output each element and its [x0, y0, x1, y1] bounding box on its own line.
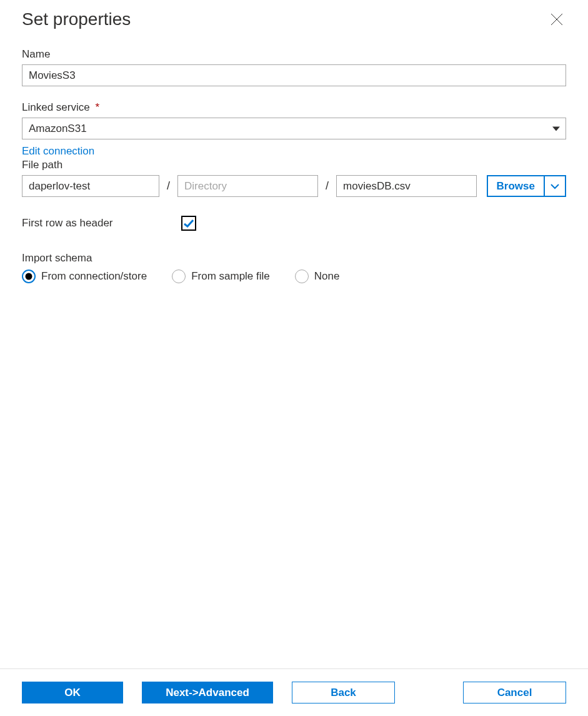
required-star-icon: * [95, 101, 99, 113]
ok-button[interactable]: OK [22, 682, 123, 703]
import-schema-label: Import schema [22, 252, 566, 265]
radio-label: From sample file [191, 270, 270, 283]
page-title: Set properties [22, 9, 131, 29]
next-advanced-button[interactable]: Next->Advanced [142, 682, 273, 703]
first-row-as-header-field: First row as header [22, 216, 566, 231]
path-separator: / [326, 179, 329, 193]
file-path-file-input[interactable] [336, 175, 477, 197]
close-button[interactable] [547, 10, 566, 29]
path-separator: / [167, 179, 170, 193]
first-row-as-header-label: First row as header [22, 217, 181, 229]
close-icon [550, 13, 564, 26]
linked-service-field: Linked service * [22, 101, 566, 139]
name-field: Name [22, 48, 566, 86]
footer-bar: OK Next->Advanced Back Cancel [0, 668, 588, 716]
import-schema-radio-group: From connection/store From sample file N… [22, 270, 566, 283]
file-path-label: File path [22, 159, 566, 171]
cancel-button[interactable]: Cancel [463, 682, 566, 703]
radio-label: None [314, 270, 340, 283]
browse-dropdown-button[interactable] [545, 175, 566, 197]
browse-button-group: Browse [487, 175, 566, 197]
back-button[interactable]: Back [292, 682, 395, 703]
name-input[interactable] [22, 64, 566, 86]
linked-service-label-text: Linked service [22, 101, 90, 113]
first-row-as-header-checkbox[interactable] [181, 216, 196, 231]
import-schema-radio-connection[interactable]: From connection/store [22, 270, 147, 283]
linked-service-select-wrap [22, 118, 566, 139]
browse-button[interactable]: Browse [487, 175, 545, 197]
file-path-field: File path / / Browse [22, 159, 566, 197]
radio-icon [295, 270, 309, 283]
name-label: Name [22, 48, 566, 61]
panel-header: Set properties [22, 9, 566, 29]
linked-service-select[interactable] [22, 118, 566, 139]
radio-label: From connection/store [41, 270, 147, 283]
import-schema-field: Import schema From connection/store From… [22, 252, 566, 283]
import-schema-radio-none[interactable]: None [295, 270, 340, 283]
radio-icon [172, 270, 186, 283]
import-schema-radio-sample-file[interactable]: From sample file [172, 270, 270, 283]
chevron-down-icon [551, 183, 559, 189]
file-path-bucket-input[interactable] [22, 175, 159, 197]
checkmark-icon [184, 219, 194, 228]
radio-icon [22, 270, 36, 283]
set-properties-panel: Set properties Name Linked service * Edi… [0, 0, 588, 668]
file-path-row: / / Browse [22, 175, 566, 197]
linked-service-label: Linked service * [22, 101, 566, 114]
edit-connection-link[interactable]: Edit connection [22, 145, 94, 158]
file-path-directory-input[interactable] [177, 175, 318, 197]
